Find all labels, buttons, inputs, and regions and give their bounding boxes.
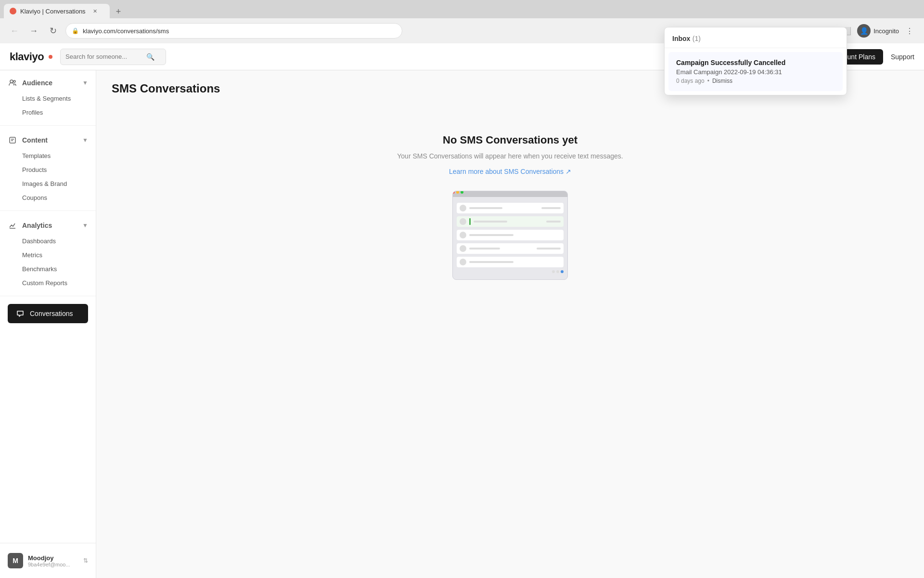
sidebar-section-audience-header[interactable]: Audience ▼ <box>0 74 96 92</box>
preview-line-5 <box>469 261 513 263</box>
logo-dot <box>49 55 52 59</box>
sidebar-section-content-header[interactable]: Content ▼ <box>0 131 96 149</box>
new-tab-button[interactable]: + <box>112 5 125 18</box>
sidebar-item-products[interactable]: Products <box>0 163 96 177</box>
audience-label: Audience <box>22 79 77 87</box>
learn-more-text: Learn more about SMS Conversations <box>449 168 564 175</box>
sidebar: Audience ▼ Lists & Segments Profiles <box>0 70 96 578</box>
preview-line-2 <box>474 221 507 223</box>
notification-header: Inbox (1) <box>665 27 847 48</box>
sidebar-item-custom-reports[interactable]: Custom Reports <box>0 276 96 290</box>
conversations-label: Conversations <box>30 310 73 317</box>
dismiss-button[interactable]: Dismiss <box>712 78 732 84</box>
inbox-label: Inbox <box>672 35 690 42</box>
notification-subtitle: Email Campaign 2022-09-19 04:36:31 <box>676 68 835 76</box>
preview-dot-green <box>461 191 463 194</box>
notification-item: Campaign Successfully Cancelled Email Ca… <box>668 52 843 91</box>
preview-dot-2 <box>556 270 559 273</box>
sidebar-item-lists-segments[interactable]: Lists & Segments <box>0 92 96 105</box>
preview-avatar-5 <box>460 259 466 265</box>
search-icon: 🔍 <box>146 53 154 61</box>
incognito-button[interactable]: 👤 Incognito <box>857 24 899 38</box>
sidebar-item-benchmarks[interactable]: Benchmarks <box>0 262 96 276</box>
sidebar-item-metrics[interactable]: Metrics <box>0 248 96 262</box>
preview-avatar-2 <box>460 218 466 225</box>
preview-line <box>469 207 502 209</box>
preview-row-1 <box>457 203 564 213</box>
sidebar-footer: M Moodjoy 9ba4e9ef@moo... ⇅ <box>0 543 96 578</box>
divider-2 <box>0 210 96 211</box>
content-icon <box>8 135 17 145</box>
tab-favicon <box>10 8 16 14</box>
sidebar-section-audience: Audience ▼ Lists & Segments Profiles <box>0 70 96 123</box>
preview-dot-yellow <box>456 191 459 194</box>
sidebar-item-dashboards[interactable]: Dashboards <box>0 234 96 248</box>
inbox-count: (1) <box>693 35 701 42</box>
divider-3 <box>0 296 96 296</box>
sidebar-item-templates[interactable]: Templates <box>0 149 96 163</box>
url-text: klaviyo.com/conversations/sms <box>83 27 169 35</box>
svg-point-0 <box>10 80 13 83</box>
incognito-icon: 👤 <box>857 24 871 38</box>
analytics-chevron: ▼ <box>82 222 88 229</box>
sidebar-item-conversations[interactable]: Conversations <box>8 304 88 323</box>
search-bar[interactable]: 🔍 <box>60 49 166 65</box>
svg-rect-2 <box>10 137 15 143</box>
preview-line-3 <box>469 234 513 236</box>
logo-text: klaviyo <box>10 51 44 63</box>
notification-meta: 0 days ago • Dismiss <box>676 78 835 84</box>
menu-button[interactable]: ⋮ <box>903 24 916 38</box>
tab-title: Klaviyo | Conversations <box>20 8 86 15</box>
search-input[interactable] <box>65 53 142 60</box>
account-name: Moodjoy <box>28 554 78 562</box>
content-label: Content <box>22 136 77 144</box>
content-chevron: ▼ <box>82 137 88 144</box>
sidebar-item-coupons[interactable]: Coupons <box>0 191 96 205</box>
content-area: SMS Conversations No SMS Conversations y… <box>96 70 924 578</box>
empty-title: No SMS Conversations yet <box>443 134 578 146</box>
active-tab[interactable]: Klaviyo | Conversations ✕ <box>4 4 110 18</box>
analytics-label: Analytics <box>22 222 77 229</box>
preview-green-bar <box>469 218 471 225</box>
sidebar-section-analytics-header[interactable]: Analytics ▼ <box>0 217 96 234</box>
sidebar-item-profiles[interactable]: Profiles <box>0 105 96 119</box>
sidebar-item-images-brand[interactable]: Images & Brand <box>0 177 96 191</box>
preview-dot-red <box>452 191 455 194</box>
learn-more-link[interactable]: Learn more about SMS Conversations ↗ <box>449 168 571 175</box>
preview-row-5 <box>457 257 564 267</box>
notification-time: 0 days ago <box>676 78 705 84</box>
preview-topbar <box>452 191 568 197</box>
preview-avatar-3 <box>460 232 466 238</box>
lock-icon: 🔒 <box>72 27 79 34</box>
divider-1 <box>0 125 96 126</box>
preview-short-4 <box>537 248 561 250</box>
reload-button[interactable]: ↻ <box>46 24 60 38</box>
incognito-label: Incognito <box>873 27 899 35</box>
notification-dropdown: Inbox (1) Campaign Successfully Cancelle… <box>664 27 847 95</box>
tab-close-button[interactable]: ✕ <box>91 7 99 15</box>
forward-button[interactable]: → <box>27 24 40 38</box>
tab-bar: Klaviyo | Conversations ✕ + <box>0 0 924 18</box>
account-expand-icon: ⇅ <box>83 557 88 564</box>
empty-state: No SMS Conversations yet Your SMS Conver… <box>96 105 924 309</box>
logo: klaviyo <box>10 51 52 63</box>
account-avatar: M <box>8 553 23 568</box>
account-item[interactable]: M Moodjoy 9ba4e9ef@moo... ⇅ <box>4 549 92 572</box>
preview-short-line <box>541 207 561 209</box>
preview-row-3 <box>457 230 564 240</box>
audience-chevron: ▼ <box>82 79 88 86</box>
support-button[interactable]: Support <box>891 53 914 61</box>
app-container: klaviyo 🔍 🔔 Account Plans Support Inbox … <box>0 43 924 578</box>
empty-description: Your SMS Conversations will appear here … <box>397 152 623 160</box>
preview-avatar <box>460 205 466 211</box>
account-info: Moodjoy 9ba4e9ef@moo... <box>28 554 78 567</box>
back-button[interactable]: ← <box>8 24 21 38</box>
audience-icon <box>8 78 17 88</box>
preview-dot-1 <box>552 270 555 273</box>
sms-preview-illustration <box>452 191 568 280</box>
preview-content <box>453 200 567 276</box>
preview-line-4 <box>469 248 500 250</box>
address-bar[interactable]: 🔒 klaviyo.com/conversations/sms <box>65 23 402 39</box>
sidebar-section-analytics: Analytics ▼ Dashboards Metrics Benchmark… <box>0 213 96 294</box>
preview-dots-row <box>457 270 564 273</box>
